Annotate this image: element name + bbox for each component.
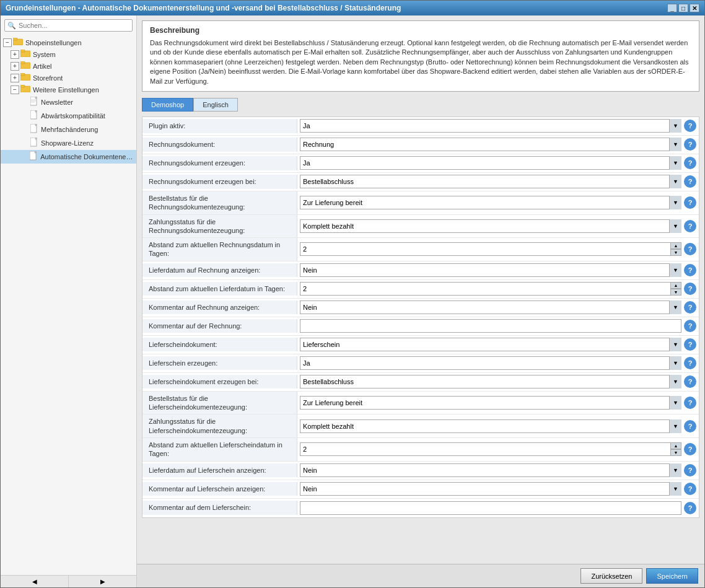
help-button-lieferdatum-rechnung[interactable]: ? [684,264,696,276]
minimize-button[interactable]: _ [667,4,677,12]
sidebar-label-shopeinstellungen: Shopeinstellungen [25,39,82,46]
form-label-rechnungsdokument: Rechnungsdokument: [142,138,297,151]
expand-icon-artikel: + [11,62,19,71]
search-input[interactable] [4,19,133,32]
select-lieferdatum-lieferschein[interactable]: NeinJa [300,463,681,477]
main-window: Grundeinstellungen - Automatische Dokume… [0,0,705,588]
help-button-lieferscheindokument[interactable]: ? [684,338,696,351]
help-button-kommentar-lieferschein-text[interactable]: ? [684,502,696,514]
help-button-abstand-lieferdatum[interactable]: ? [684,283,696,295]
sidebar-item-artikel[interactable]: + Artikel [1,60,136,72]
select-rechnungsdokument-erzeugen-bei[interactable]: Bestellabschluss [300,175,681,188]
select-lieferschein-erzeugen[interactable]: JaNein [300,356,681,370]
select-wrapper-zahlungsstatus-rechnung: Komplett bezahlt▼ [300,219,681,233]
help-button-kommentar-rechnung[interactable]: ? [684,301,696,314]
spinner-up-abstand-rechnungsdatum[interactable]: ▲ [670,242,681,249]
spinner-down-abstand-rechnungsdatum[interactable]: ▼ [670,249,681,256]
select-wrapper-lieferdatum-rechnung: NeinJa▼ [300,263,681,277]
reset-button[interactable]: Zurücksetzen [580,568,642,584]
select-kommentar-lieferschein[interactable]: NeinJa [300,482,681,496]
spinner-down-abstand-lieferdatum[interactable]: ▼ [670,289,681,296]
help-button-abstand-lieferscheindatum[interactable]: ? [684,443,696,455]
maximize-button[interactable]: □ [678,4,688,12]
window-controls: _ □ ✕ [667,4,699,12]
select-rechnungsdokument-erzeugen[interactable]: JaNein [300,156,681,170]
form-row: Rechnungsdokument:Rechnung▼? [142,136,699,154]
sidebar-item-abwaerts[interactable]: Abwärtskompatibilität [1,109,136,123]
help-button-zahlungsstatus-lieferschein[interactable]: ? [684,420,696,432]
help-button-kommentar-rechnung-text[interactable]: ? [684,320,696,332]
sidebar-item-storefront[interactable]: + Storefront [1,72,136,84]
help-button-bestellstatus-rechnung[interactable]: ? [684,196,696,209]
help-button-lieferscheindokument-erzeugen-bei[interactable]: ? [684,375,696,388]
form-field-kommentar-rechnung-text: ? [297,317,699,335]
help-button-kommentar-lieferschein[interactable]: ? [684,483,696,495]
form-row: Abstand zum aktuellen Lieferdatum in Tag… [142,280,699,299]
form-row: Lieferdatum auf Rechnung anzeigen:NeinJa… [142,261,699,280]
folder-icon-weitere [20,85,30,94]
spinner-input-abstand-lieferscheindatum[interactable] [300,442,681,456]
sidebar-item-newsletter[interactable]: Newsletter [1,95,136,109]
help-button-rechnungsdokument-erzeugen[interactable]: ? [684,157,696,169]
form-row: Zahlungsstatus für die Rechnungsdokument… [142,215,699,239]
folder-icon-storefront [20,73,30,82]
save-button[interactable]: Speichern [646,568,698,584]
sidebar-item-auto-dok[interactable]: Automatische Dokumentenerst... [1,150,136,164]
select-lieferdatum-rechnung[interactable]: NeinJa [300,263,681,277]
sidebar-label-artikel: Artikel [33,63,52,70]
select-rechnungsdokument[interactable]: Rechnung [300,138,681,151]
help-button-lieferschein-erzeugen[interactable]: ? [684,357,696,369]
help-button-plugin-aktiv[interactable]: ? [684,120,696,132]
sidebar-item-mehrfach[interactable]: Mehrfachänderung [1,123,136,136]
sidebar-label-weitere: Weitere Einstellungen [33,86,99,94]
folder-icon-system [20,50,30,59]
select-plugin-aktiv[interactable]: JaNein [300,119,681,133]
description-title: Beschreibung [150,26,691,35]
sidebar-item-shopeinstellungen[interactable]: − Shopeinstellungen [1,37,136,48]
form-label-bestellstatus-rechnung: Bestellstatus für die Rechnungsdokumente… [142,191,297,214]
spinner-up-abstand-lieferdatum[interactable]: ▲ [670,282,681,289]
select-bestellstatus-lieferschein[interactable]: Zur Lieferung bereit [300,396,681,410]
spinner-up-abstand-lieferscheindatum[interactable]: ▲ [670,442,681,449]
help-button-abstand-rechnungsdatum[interactable]: ? [684,243,696,255]
form-field-bestellstatus-lieferschein: Zur Lieferung bereit▼? [297,394,699,411]
select-zahlungsstatus-rechnung[interactable]: Komplett bezahlt [300,219,681,233]
form-field-rechnungsdokument-erzeugen: JaNein▼? [297,154,699,172]
help-button-rechnungsdokument[interactable]: ? [684,138,696,151]
select-zahlungsstatus-lieferschein[interactable]: Komplett bezahlt [300,419,681,433]
tab-englisch[interactable]: Englisch [193,98,238,112]
sidebar-item-shopware[interactable]: Shopware-Lizenz [1,136,136,150]
spinner-wrapper-abstand-lieferdatum: ▲▼ [300,282,681,296]
form-row: Lieferschein erzeugen:JaNein▼? [142,354,699,373]
close-button[interactable]: ✕ [690,4,699,12]
help-button-bestellstatus-lieferschein[interactable]: ? [684,397,696,409]
text-input-kommentar-lieferschein-text[interactable] [300,501,681,515]
help-button-lieferdatum-lieferschein[interactable]: ? [684,464,696,476]
select-kommentar-rechnung[interactable]: NeinJa [300,301,681,314]
select-wrapper-lieferdatum-lieferschein: NeinJa▼ [300,463,681,477]
spinner-input-abstand-lieferdatum[interactable] [300,282,681,296]
form-label-kommentar-lieferschein: Kommentar auf Lieferschein anzeigen: [142,482,297,496]
sidebar-item-weitere[interactable]: − Weitere Einstellungen [1,84,136,95]
form-label-kommentar-rechnung-text: Kommentar auf der Rechnung: [142,319,297,333]
text-input-kommentar-rechnung-text[interactable] [300,319,681,333]
sidebar-left-btn[interactable]: ◀ [1,576,69,587]
tab-demoshop[interactable]: Demoshop [142,98,193,112]
select-bestellstatus-rechnung[interactable]: Zur Lieferung bereit [300,196,681,209]
doc-icon-newsletter [30,97,38,108]
select-wrapper-bestellstatus-rechnung: Zur Lieferung bereit▼ [300,196,681,209]
help-button-rechnungsdokument-erzeugen-bei[interactable]: ? [684,175,696,188]
sidebar-right-btn[interactable]: ▶ [69,576,136,587]
expand-icon-storefront: + [11,74,19,82]
select-lieferscheindokument-erzeugen-bei[interactable]: Bestellabschluss [300,375,681,388]
help-button-zahlungsstatus-rechnung[interactable]: ? [684,220,696,232]
sidebar-label-shopware: Shopware-Lizenz [41,139,94,147]
sidebar-item-system[interactable]: + System [1,48,136,60]
spinner-input-abstand-rechnungsdatum[interactable] [300,242,681,256]
expand-icon-system: + [11,50,19,59]
select-lieferscheindokument[interactable]: Lieferschein [300,338,681,351]
folder-icon-shopeinstellungen [13,38,23,47]
form-row: Zahlungsstatus für die Lieferscheindokum… [142,415,699,438]
form-label-lieferscheindokument-erzeugen-bei: Lieferscheindokument erzeugen bei: [142,375,297,388]
spinner-down-abstand-lieferscheindatum[interactable]: ▼ [670,449,681,456]
